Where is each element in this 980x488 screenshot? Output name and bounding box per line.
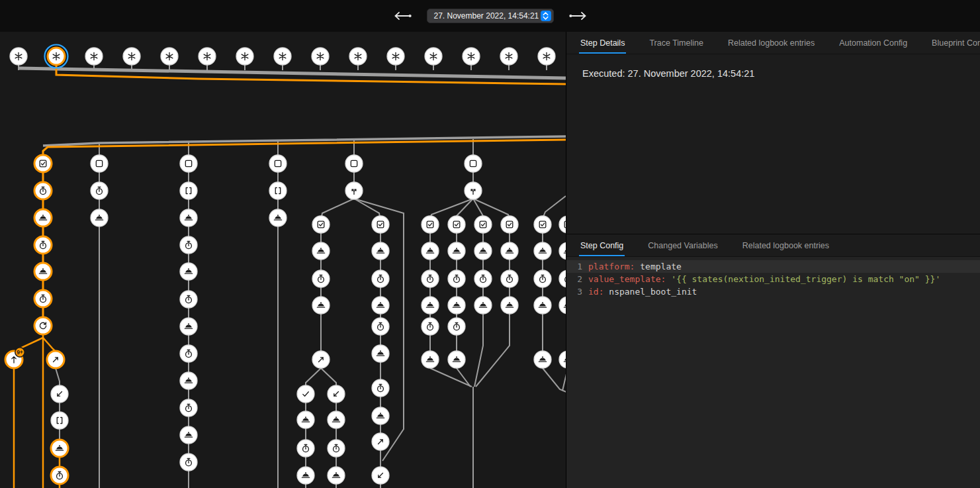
trace-node-timer-icon[interactable] [34, 290, 52, 307]
trace-node-timer-icon[interactable] [180, 454, 197, 471]
trace-node-service-icon[interactable] [91, 209, 108, 226]
previous-trace-arrow-icon[interactable] [392, 11, 412, 21]
trace-node-timer-icon[interactable] [34, 182, 52, 199]
trace-node-timer-icon[interactable] [448, 270, 465, 287]
trace-node-square-icon[interactable] [345, 155, 363, 172]
trace-graph[interactable]: 9+ [0, 0, 566, 488]
tab-automation-config[interactable]: Automation Config [839, 32, 907, 54]
trace-node-asterisk-icon[interactable] [161, 48, 178, 65]
tab-changed-variables[interactable]: Changed Variables [648, 234, 717, 256]
trace-node-checkbox-icon[interactable] [474, 216, 492, 233]
trace-node-service-icon[interactable] [180, 372, 197, 389]
trace-node-square-icon[interactable] [465, 155, 482, 172]
trace-node-timer-icon[interactable] [34, 236, 52, 254]
trace-node-service-icon[interactable] [269, 209, 287, 226]
trace-graph-panel[interactable]: 9+ [0, 0, 566, 488]
tab-related-logbook-entries-2[interactable]: Related logbook entries [742, 234, 829, 256]
trace-node-split-icon[interactable] [345, 182, 363, 199]
trace-node-asterisk-icon[interactable] [538, 48, 555, 65]
trace-node-split-icon[interactable] [465, 182, 482, 199]
trace-node-service-icon[interactable] [180, 209, 197, 226]
trace-node-checkbox-icon[interactable] [34, 155, 52, 172]
trace-node-checkbox-icon[interactable] [448, 216, 465, 233]
trace-node-timer-icon[interactable] [474, 270, 492, 287]
trace-node-timer-icon[interactable] [422, 318, 439, 335]
trace-node-timer-icon[interactable] [180, 291, 197, 308]
trace-node-service-icon[interactable] [501, 242, 518, 260]
trace-node-checkbox-icon[interactable] [312, 216, 330, 233]
trace-node-timer-icon[interactable] [372, 270, 389, 287]
trace-node-asterisk-icon[interactable] [236, 48, 253, 65]
trace-node-service-icon[interactable] [534, 297, 551, 314]
trace-node-checkbox-icon[interactable] [501, 216, 518, 233]
trace-node-square-icon[interactable] [180, 155, 197, 172]
trace-node-repeat-icon[interactable] [34, 317, 52, 334]
trace-node-check-icon[interactable] [297, 385, 314, 403]
trace-node-asterisk-icon[interactable] [500, 48, 517, 65]
trace-node-arrow-bl-icon[interactable] [328, 385, 345, 403]
trace-node-asterisk-icon[interactable] [274, 48, 291, 65]
trace-node-service-icon[interactable] [297, 467, 314, 484]
trace-node-service-icon[interactable] [328, 411, 345, 428]
trace-node-service-icon[interactable] [422, 351, 439, 368]
trace-node-service-icon[interactable] [474, 297, 492, 314]
trace-node-arrow-bl-icon[interactable] [51, 385, 68, 403]
trace-node-brackets-icon[interactable] [180, 182, 197, 199]
tab-related-logbook-entries[interactable]: Related logbook entries [728, 32, 815, 54]
trace-node-service-icon[interactable] [448, 351, 465, 368]
trace-node-asterisk-icon[interactable] [387, 48, 404, 65]
trace-node-asterisk-icon[interactable] [425, 48, 442, 65]
trace-node-checkbox-icon[interactable] [422, 216, 439, 233]
trace-node-asterisk-icon[interactable] [463, 48, 480, 65]
trace-node-service-icon[interactable] [501, 297, 518, 314]
tab-blueprint-config[interactable]: Blueprint Config [932, 32, 980, 54]
trace-node-timer-icon[interactable] [297, 440, 314, 457]
trace-node-service-icon[interactable] [559, 242, 566, 260]
trace-node-asterisk-icon[interactable] [45, 45, 68, 68]
trace-node-checkbox-icon[interactable] [372, 216, 389, 233]
trace-node-service-icon[interactable] [372, 242, 389, 260]
trace-node-timer-icon[interactable] [372, 379, 389, 397]
trace-node-asterisk-icon[interactable] [10, 48, 27, 65]
trace-node-service-icon[interactable] [312, 242, 330, 260]
trace-node-service-icon[interactable] [534, 242, 551, 260]
trace-node-checkbox-icon[interactable] [534, 216, 551, 233]
trace-node-service-icon[interactable] [180, 426, 197, 444]
trace-node-timer-icon[interactable] [372, 318, 389, 335]
trace-node-brackets-icon[interactable] [269, 182, 287, 199]
trace-node-arrow-bl-icon[interactable] [372, 467, 389, 484]
trace-node-arrow-up-icon[interactable]: 9+ [5, 348, 24, 368]
trace-node-service-icon[interactable] [448, 297, 465, 314]
trace-node-asterisk-icon[interactable] [312, 48, 329, 65]
trace-node-timer-icon[interactable] [312, 270, 330, 287]
trace-node-timer-icon[interactable] [534, 270, 551, 287]
trace-node-service-icon[interactable] [559, 297, 566, 314]
trace-node-service-icon[interactable] [180, 263, 197, 280]
tab-step-config[interactable]: Step Config [580, 234, 623, 256]
trace-node-service-icon[interactable] [422, 297, 439, 314]
trace-node-timer-icon[interactable] [180, 399, 197, 416]
trace-node-timer-icon[interactable] [448, 318, 465, 335]
trace-node-asterisk-icon[interactable] [85, 48, 103, 65]
trace-node-timer-icon[interactable] [180, 345, 197, 362]
trace-node-arrow-tr-icon[interactable] [372, 433, 389, 450]
trace-node-timer-icon[interactable] [501, 270, 518, 287]
trace-node-timer-icon[interactable] [180, 236, 197, 254]
trace-node-service-icon[interactable] [372, 407, 389, 424]
trace-node-service-icon[interactable] [328, 467, 345, 484]
trace-node-timer-icon[interactable] [559, 270, 566, 287]
tab-step-details[interactable]: Step Details [580, 32, 625, 54]
trace-node-asterisk-icon[interactable] [349, 48, 367, 65]
trace-node-service-icon[interactable] [372, 345, 389, 362]
trace-node-service-icon[interactable] [422, 242, 439, 260]
step-config-code-editor[interactable]: 1platform: template2value_template: '{{ … [566, 257, 980, 488]
trace-node-timer-icon[interactable] [91, 182, 108, 199]
trace-node-timer-icon[interactable] [51, 467, 68, 484]
trace-node-service-icon[interactable] [559, 351, 566, 368]
trace-node-arrow-tr-icon[interactable] [47, 351, 64, 368]
trace-node-square-icon[interactable] [91, 155, 108, 172]
trace-node-service-icon[interactable] [448, 242, 465, 260]
trace-node-service-icon[interactable] [34, 209, 52, 226]
next-trace-arrow-icon[interactable] [568, 11, 588, 21]
trace-node-timer-icon[interactable] [328, 440, 345, 457]
